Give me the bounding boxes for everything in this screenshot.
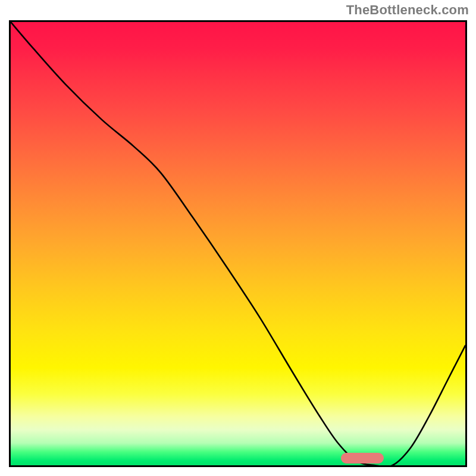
highlight-marker	[341, 453, 384, 464]
chart-container: TheBottleneck.com	[0, 0, 476, 476]
watermark-text: TheBottleneck.com	[346, 2, 469, 18]
plot-area	[9, 20, 467, 467]
line-curve	[11, 22, 465, 465]
